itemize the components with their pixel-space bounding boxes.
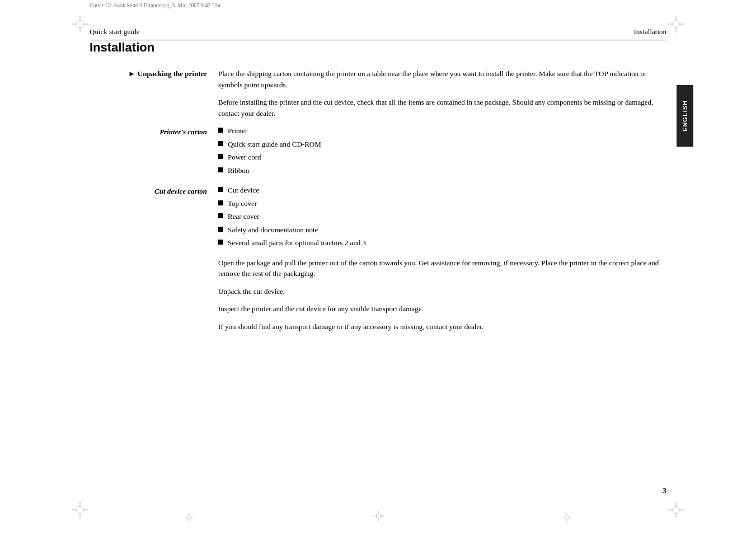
- bullet-icon: [218, 167, 223, 172]
- bullet-icon: [218, 187, 223, 192]
- intro-para-2: Before installing the printer and the cu…: [218, 97, 666, 119]
- closing-para-3: Inspect the printer and the cut device f…: [218, 303, 666, 315]
- bullet-icon: [218, 213, 223, 218]
- printers-carton-row: Printer's carton Printer Quick start gui…: [90, 125, 666, 178]
- bullet-icon: [218, 154, 223, 159]
- header-area: Quick start guide Installation: [90, 24, 666, 40]
- header-left: Quick start guide: [90, 27, 140, 36]
- list-item: Cut device: [218, 185, 666, 196]
- bullet-icon: [218, 141, 223, 146]
- svg-point-25: [187, 516, 191, 519]
- file-label: Cutter-GL.book Seite 3 Donnerstag, 3. Ma…: [90, 2, 221, 8]
- crosshair-bottom-right: [668, 502, 684, 518]
- list-item: Several small parts for optional tractor…: [218, 237, 666, 249]
- bullet-icon: [218, 227, 223, 232]
- list-item: Safety and documentation note: [218, 224, 666, 236]
- intro-text-col: Place the shipping carton containing the…: [218, 68, 666, 125]
- svg-point-20: [376, 514, 381, 518]
- list-item: Power cord: [218, 152, 666, 163]
- bullet-icon: [218, 200, 223, 205]
- page-number: 3: [663, 486, 666, 495]
- svg-point-10: [77, 507, 83, 513]
- arrow-icon: ►: [128, 69, 135, 78]
- printers-carton-item-1: Printer: [228, 125, 247, 137]
- closing-para-4: If you should find any transport damage …: [218, 321, 666, 332]
- section-heading: ► Unpacking the printer: [90, 68, 207, 78]
- bottom-right-mark: [562, 513, 571, 524]
- printers-carton-label-col: Printer's carton: [90, 125, 218, 178]
- unpacking-section: ► Unpacking the printer Place the shippi…: [90, 68, 666, 125]
- section-heading-col: ► Unpacking the printer: [90, 68, 218, 125]
- printers-carton-item-4: Ribbon: [228, 165, 249, 176]
- cut-device-carton-items-col: Cut device Top cover Rear cover Safety a…: [218, 185, 666, 251]
- list-item: Quick start guide and CD-ROM: [218, 139, 666, 150]
- list-item: Printer: [218, 125, 666, 137]
- printers-carton-item-2: Quick start guide and CD-ROM: [228, 139, 321, 150]
- cut-device-carton-label: Cut device carton: [90, 187, 207, 196]
- closing-right-col: Open the package and pull the printer ou…: [218, 257, 666, 339]
- svg-point-15: [673, 507, 679, 513]
- page-container: Cutter-GL.book Seite 3 Donnerstag, 3. Ma…: [0, 0, 756, 534]
- section-heading-text: Unpacking the printer: [138, 69, 207, 78]
- printers-carton-item-3: Power cord: [228, 152, 261, 163]
- english-tab: ENGLISH: [677, 85, 693, 147]
- closing-left-col: [90, 257, 218, 339]
- cut-device-item-2: Top cover: [228, 198, 257, 209]
- closing-para-1: Open the package and pull the printer ou…: [218, 257, 666, 279]
- cut-device-item-5: Several small parts for optional tractor…: [228, 237, 366, 249]
- crosshair-bottom-left: [72, 502, 88, 518]
- bullet-icon: [218, 240, 223, 245]
- cut-device-item-1: Cut device: [228, 185, 259, 196]
- svg-point-30: [565, 516, 569, 519]
- crosshair-top-left: [72, 16, 88, 32]
- cut-device-item-3: Rear cover: [228, 211, 260, 222]
- bottom-center-mark: [373, 510, 384, 524]
- svg-point-0: [77, 21, 83, 27]
- closing-para-2: Unpack the cut device.: [218, 286, 666, 297]
- cut-device-carton-row: Cut device carton Cut device Top cover R…: [90, 185, 666, 251]
- cut-device-carton-label-col: Cut device carton: [90, 185, 218, 251]
- bottom-left-mark: [185, 513, 194, 524]
- printers-carton-items-col: Printer Quick start guide and CD-ROM Pow…: [218, 125, 666, 178]
- page-title: Installation: [90, 40, 666, 55]
- closing-paras-row: Open the package and pull the printer ou…: [90, 257, 666, 339]
- svg-point-5: [673, 21, 679, 27]
- list-item: Ribbon: [218, 165, 666, 176]
- printers-carton-label: Printer's carton: [90, 128, 207, 137]
- crosshair-top-right: [668, 16, 684, 32]
- bullet-icon: [218, 128, 223, 133]
- list-item: Top cover: [218, 198, 666, 209]
- intro-para-1: Place the shipping carton containing the…: [218, 68, 666, 90]
- top-bar: Cutter-GL.book Seite 3 Donnerstag, 3. Ma…: [0, 0, 756, 10]
- main-content: ENGLISH Installation ► Unpacking the pri…: [90, 40, 666, 500]
- header-right: Installation: [634, 27, 667, 36]
- english-tab-label: ENGLISH: [682, 100, 688, 132]
- list-item: Rear cover: [218, 211, 666, 222]
- cut-device-item-4: Safety and documentation note: [228, 224, 318, 236]
